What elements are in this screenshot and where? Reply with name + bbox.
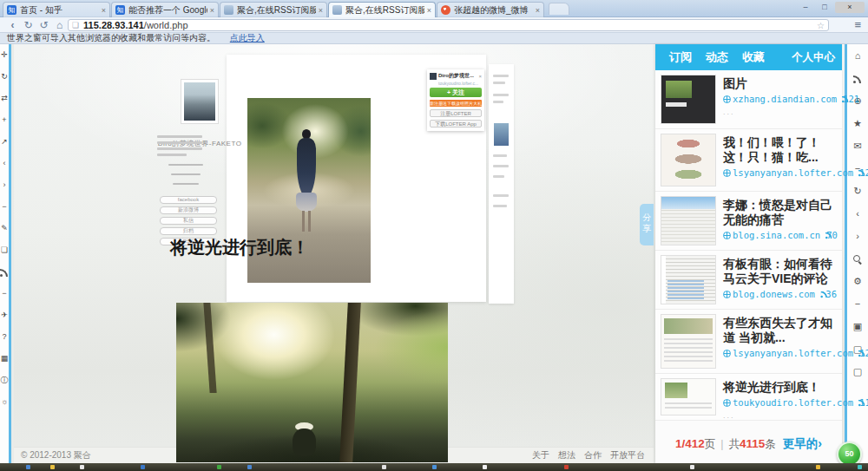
blogger-avatar[interactable] <box>181 79 219 124</box>
help-icon[interactable]: ? <box>0 326 9 348</box>
download-app-button[interactable]: 下载LOFTER App <box>430 120 482 128</box>
taskbar-icon[interactable] <box>50 465 55 469</box>
taskbar-icon[interactable] <box>690 465 694 469</box>
tab-close-icon[interactable]: × <box>536 6 540 15</box>
minimize-button[interactable]: – <box>797 2 814 13</box>
taskbar-icon[interactable] <box>80 465 84 469</box>
sidebar-nav-tab[interactable]: 动态 <box>706 49 728 65</box>
edit-icon[interactable]: ✎ <box>0 218 9 239</box>
settings-icon[interactable]: ⚙ <box>847 270 868 292</box>
send-icon[interactable]: ✈ <box>0 304 9 326</box>
maximize-button[interactable]: □ <box>816 2 833 13</box>
chevron-left-icon[interactable]: ‹ <box>0 153 9 174</box>
address-bar[interactable]: ❏ 115.28.93.141 /world.php ☆ <box>68 19 829 31</box>
star-icon[interactable]: ★ <box>847 112 868 134</box>
blog-nav-button[interactable]: 新浪微博 <box>160 206 217 214</box>
taskbar-icon[interactable] <box>816 465 820 469</box>
follow-button[interactable]: + 关注 <box>430 88 482 97</box>
home-icon[interactable]: ⌂ <box>52 17 67 33</box>
grid-icon[interactable]: ▦ <box>0 348 9 370</box>
chevron-right-icon[interactable]: › <box>0 174 9 196</box>
blog-nav-button[interactable]: 归档 <box>160 227 217 235</box>
browser-tab[interactable]: 首页 - 知乎 × <box>3 2 110 17</box>
home-icon[interactable]: ⌂ <box>847 44 868 67</box>
browser-tab[interactable]: 能否推荐一个 Google Re × <box>111 2 219 17</box>
footer-link[interactable]: 关于 <box>532 449 549 461</box>
blog-nav-button[interactable]: facebook <box>160 196 217 204</box>
mail-icon[interactable]: ✉ <box>847 134 868 157</box>
register-button[interactable]: 注册LOFTER <box>430 109 482 117</box>
refresh-icon[interactable]: ↻ <box>847 180 868 202</box>
add-icon[interactable]: + <box>0 109 9 131</box>
footer-link[interactable]: 合作 <box>584 449 602 461</box>
copy-icon[interactable]: ❏ <box>0 239 9 261</box>
promo-button[interactable]: 新注册送下载这组照片大礼包 <box>430 100 482 107</box>
feed-item[interactable]: 将逆光进行到底！ toukyoudiro.lofter.com 112 ... <box>655 374 842 421</box>
idea-icon[interactable]: ☼ <box>0 391 9 413</box>
menu-icon[interactable]: ≡ <box>854 17 861 33</box>
taskbar-icon[interactable] <box>247 465 252 469</box>
sidebar-nav-tab[interactable]: 收藏 <box>742 49 765 65</box>
older-button[interactable]: 更早的 <box>783 437 819 450</box>
tab-close-icon[interactable]: × <box>102 6 106 15</box>
rss-icon[interactable] <box>847 67 868 89</box>
item-source: toukyoudiro.lofter.com 112 <box>723 397 837 408</box>
feed-item[interactable]: 有些东西失去了才知道 当初就... lsyanyanyan.lofter.com… <box>655 310 842 374</box>
search-icon[interactable] <box>847 247 868 270</box>
new-tab-button[interactable] <box>549 3 569 15</box>
footer-link[interactable]: 想法 <box>558 449 575 461</box>
feed-item[interactable]: 图片 xzhang.diandian.com 121 ... <box>655 70 842 129</box>
undo-icon[interactable]: ↺ <box>36 17 51 33</box>
item-thumbnail[interactable] <box>661 196 716 245</box>
feed-item[interactable]: 我！们！喂！了！这！只！猫！吃... lsyanyanyan.lofter.co… <box>655 129 842 192</box>
windows-taskbar[interactable] <box>0 463 868 471</box>
chevron-left-icon[interactable]: ‹ <box>847 202 868 225</box>
feed-item[interactable]: 李娜：愤怒是对自己无能的痛苦 blog.sina.com.cn 70 <box>655 192 842 251</box>
tab-close-icon[interactable]: × <box>319 6 323 15</box>
taskbar-icon[interactable] <box>141 465 145 469</box>
refresh-icon[interactable]: ↻ <box>21 17 36 33</box>
item-thumbnail[interactable] <box>661 255 716 304</box>
window-icon[interactable]: ▢ <box>847 360 868 383</box>
close-icon[interactable]: × <box>478 74 482 79</box>
back-icon[interactable]: ‹ <box>5 17 20 33</box>
footer-link[interactable]: 开放平台 <box>610 449 645 461</box>
tab-close-icon[interactable]: × <box>210 6 214 15</box>
taskbar-icon[interactable] <box>382 465 386 469</box>
item-thumbnail[interactable] <box>661 134 716 186</box>
copyright: © 2012-2013 聚合 <box>21 449 91 461</box>
close-button[interactable]: × <box>835 2 865 13</box>
bookmark-star-icon[interactable]: ☆ <box>817 21 825 30</box>
shuffle-icon[interactable]: ⇄ <box>0 88 9 109</box>
browser-tab[interactable]: 聚合,在线RSS订阅服务! × <box>328 2 436 17</box>
share-tab[interactable]: 分享 <box>640 204 654 245</box>
blog-nav-button[interactable]: 私信 <box>160 217 217 225</box>
taskbar-icon[interactable] <box>564 465 569 469</box>
rss-icon[interactable] <box>0 261 9 283</box>
feed-item[interactable]: 有板有眼：如何看待马云关于VIE的评论 blog.donews.com 36 <box>655 251 842 310</box>
taskbar-icon[interactable] <box>217 465 221 469</box>
item-thumbnail[interactable] <box>661 314 716 369</box>
external-link-icon[interactable]: ↗ <box>0 131 9 153</box>
taskbar-icon[interactable] <box>26 465 30 469</box>
info-icon[interactable]: ⓘ <box>0 370 9 391</box>
taskbar-icon[interactable] <box>483 465 487 469</box>
refresh-icon[interactable]: ↻ <box>0 66 9 88</box>
taskbar-icon[interactable] <box>858 465 862 469</box>
rss-icon <box>820 291 825 298</box>
item-thumbnail[interactable] <box>661 75 716 124</box>
browser-tab[interactable]: 聚合,在线RSS订阅服务! × <box>220 2 327 17</box>
older-arrow-icon[interactable]: › <box>818 436 822 450</box>
sidebar-nav-tab[interactable]: 订阅 <box>669 49 692 65</box>
taskbar-icon[interactable] <box>432 465 437 469</box>
import-link[interactable]: 点此导入 <box>230 33 265 43</box>
user-center-link[interactable]: 个人中心 <box>792 50 835 65</box>
chevron-right-icon[interactable]: › <box>847 225 868 247</box>
monitor-icon[interactable]: ▣ <box>847 315 868 337</box>
fullscreen-icon[interactable]: ✛ <box>0 44 9 66</box>
globe-icon <box>723 169 731 177</box>
browser-tab[interactable]: 张超越的微博_微博 × <box>437 2 544 17</box>
item-thumbnail[interactable] <box>661 378 716 415</box>
tab-close-icon[interactable]: × <box>427 6 431 15</box>
bio-text-line <box>157 154 187 156</box>
